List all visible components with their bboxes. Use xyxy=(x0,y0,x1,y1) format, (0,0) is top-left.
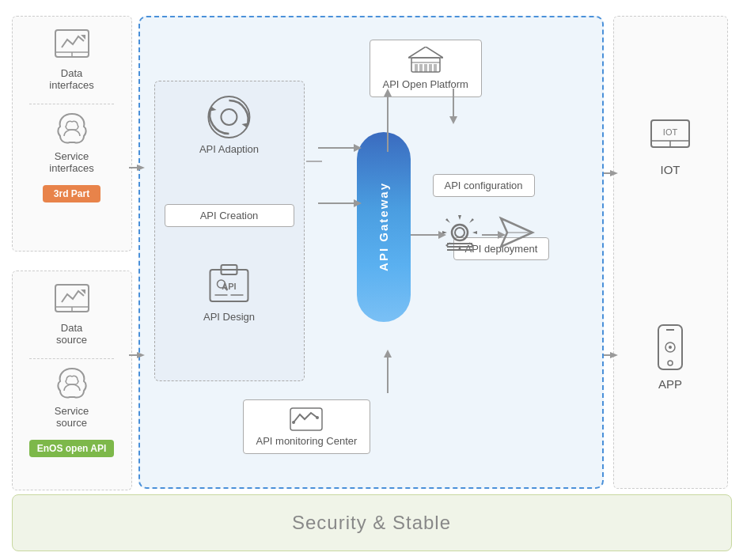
left-bottom-panel: Datasource Servicesource EnOS open API xyxy=(12,271,132,490)
api-design-item: API API Design xyxy=(203,262,255,323)
svg-marker-48 xyxy=(498,231,506,239)
svg-rect-25 xyxy=(419,64,423,72)
svg-marker-50 xyxy=(384,350,392,358)
inner-to-gateway-arrow xyxy=(318,140,362,156)
iot-label: IOT xyxy=(661,163,680,176)
service-source-item: Servicesource xyxy=(51,364,93,429)
monitoring-to-gateway-arrow xyxy=(380,350,396,393)
svg-marker-40 xyxy=(354,144,362,152)
api-gateway-label: API Gateway xyxy=(377,182,390,271)
svg-marker-57 xyxy=(137,352,145,358)
api-monitoring-label: API monitoring Center xyxy=(256,435,358,447)
svg-rect-26 xyxy=(424,64,427,72)
svg-marker-23 xyxy=(408,47,443,58)
svg-marker-69 xyxy=(610,170,618,176)
svg-point-64 xyxy=(668,361,673,365)
service-source-label: Servicesource xyxy=(55,405,89,429)
svg-marker-71 xyxy=(610,352,618,358)
api-configuration-box: API configuration xyxy=(433,174,535,197)
api-configuration-label: API configuration xyxy=(445,180,523,191)
left-top-panel: Datainterfaces Serviceinterfaces 3rd Par… xyxy=(12,16,132,252)
service-interfaces-label: Serviceinterfaces xyxy=(49,150,93,174)
bottom-panel-to-main-arrow xyxy=(129,350,145,361)
gateway-to-open-platform-arrow xyxy=(380,89,396,152)
svg-point-33 xyxy=(455,228,464,237)
service-interfaces-icon xyxy=(51,109,93,147)
svg-marker-52 xyxy=(449,116,457,124)
svg-point-10 xyxy=(208,96,249,138)
main-container: Security & Stable Datainterfaces xyxy=(12,9,732,551)
app-item: APP xyxy=(655,324,685,391)
api-adaption-item: API Adaption xyxy=(199,94,259,155)
third-part-badge: 3rd Part xyxy=(43,185,100,202)
data-interfaces-icon xyxy=(51,26,93,64)
top-panel-to-main-arrow xyxy=(129,162,145,173)
data-source-icon xyxy=(51,281,93,319)
gear-to-send-arrow xyxy=(482,227,506,243)
enos-badge: EnOS open API xyxy=(29,440,115,457)
svg-point-67 xyxy=(669,346,672,349)
security-label: Security & Stable xyxy=(292,512,451,534)
app-label: APP xyxy=(658,377,682,391)
svg-marker-55 xyxy=(137,165,145,171)
security-bar: Security & Stable xyxy=(12,494,732,551)
data-source-item: Datasource xyxy=(51,281,93,346)
data-source-label: Datasource xyxy=(56,322,87,346)
open-platform-down-arrow xyxy=(445,89,461,124)
data-interfaces-item: Datainterfaces xyxy=(49,26,93,91)
to-app-arrow xyxy=(604,350,618,361)
svg-marker-46 xyxy=(438,231,446,239)
api-adaption-label: API Adaption xyxy=(199,143,259,155)
svg-rect-24 xyxy=(415,64,418,72)
api-design-label: API Design xyxy=(203,311,255,323)
api-monitoring-box: API monitoring Center xyxy=(243,399,371,454)
adaption-connector xyxy=(306,156,322,167)
creation-to-gateway-arrow xyxy=(318,195,362,211)
data-interfaces-label: Datainterfaces xyxy=(49,67,93,91)
right-panel: IOT IOT APP xyxy=(613,16,728,489)
service-interfaces-item: Serviceinterfaces xyxy=(49,109,93,174)
main-area: API Adaption API Creation API API Design xyxy=(138,16,604,489)
svg-marker-44 xyxy=(384,89,392,96)
svg-text:IOT: IOT xyxy=(663,127,678,137)
api-gateway: API Gateway xyxy=(357,132,411,322)
to-iot-arrow xyxy=(604,168,618,179)
iot-item: IOT IOT xyxy=(646,114,694,176)
svg-rect-28 xyxy=(434,64,437,72)
inner-box: API Adaption API Creation API API Design xyxy=(154,81,305,381)
svg-point-11 xyxy=(221,109,237,125)
svg-rect-27 xyxy=(429,64,432,72)
gateway-to-gear-arrow xyxy=(411,227,446,243)
svg-point-31 xyxy=(316,416,319,419)
svg-marker-42 xyxy=(354,199,362,207)
api-creation-box: API Creation xyxy=(165,204,294,227)
service-source-icon xyxy=(51,364,93,402)
svg-point-30 xyxy=(292,421,295,424)
api-creation-label: API Creation xyxy=(165,204,294,227)
